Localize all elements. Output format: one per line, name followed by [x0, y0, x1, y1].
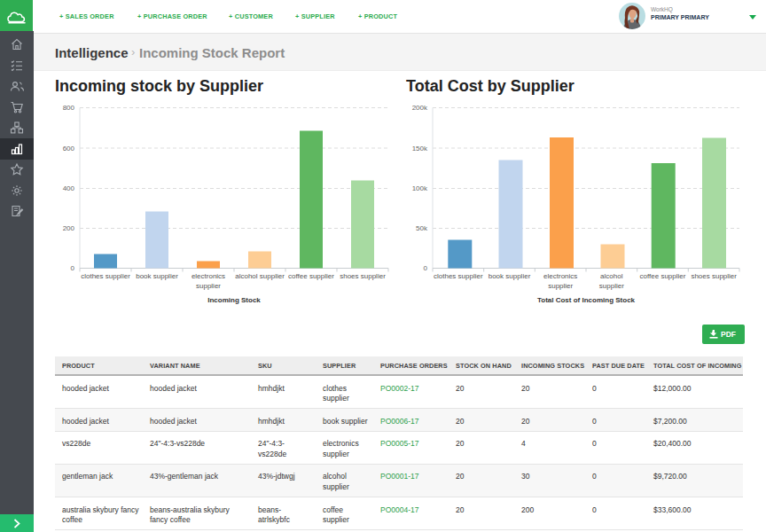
svg-text:0: 0	[71, 264, 75, 272]
svg-text:shoes supplier: shoes supplier	[340, 272, 386, 280]
svg-text:800: 800	[63, 104, 75, 112]
svg-text:electronics: electronics	[543, 272, 577, 280]
svg-text:600: 600	[63, 145, 75, 153]
svg-text:supplier: supplier	[548, 282, 573, 290]
svg-text:alcohol: alcohol	[600, 272, 623, 280]
svg-text:200: 200	[63, 224, 75, 232]
svg-text:Total Cost of Incoming Stock: Total Cost of Incoming Stock	[537, 296, 636, 304]
svg-text:100k: 100k	[412, 184, 428, 192]
svg-text:alcohol supplier: alcohol supplier	[235, 272, 285, 280]
svg-text:Incoming Stock: Incoming Stock	[207, 296, 261, 304]
svg-text:electronics: electronics	[192, 272, 225, 280]
svg-text:supplier: supplier	[196, 282, 221, 290]
svg-text:book supplier: book supplier	[489, 272, 531, 280]
svg-text:150k: 150k	[412, 145, 428, 153]
svg-text:shoes supplier: shoes supplier	[691, 272, 737, 280]
svg-text:coffee supplier: coffee supplier	[640, 272, 686, 280]
svg-text:clothes supplier: clothes supplier	[434, 272, 483, 280]
svg-text:0: 0	[424, 264, 428, 272]
svg-text:supplier: supplier	[599, 282, 624, 290]
svg-text:50k: 50k	[416, 224, 428, 232]
svg-text:coffee supplier: coffee supplier	[288, 272, 334, 280]
svg-text:200k: 200k	[412, 104, 428, 112]
svg-text:clothes supplier: clothes supplier	[81, 272, 130, 280]
svg-text:book supplier: book supplier	[136, 272, 178, 280]
svg-text:400: 400	[63, 184, 75, 192]
